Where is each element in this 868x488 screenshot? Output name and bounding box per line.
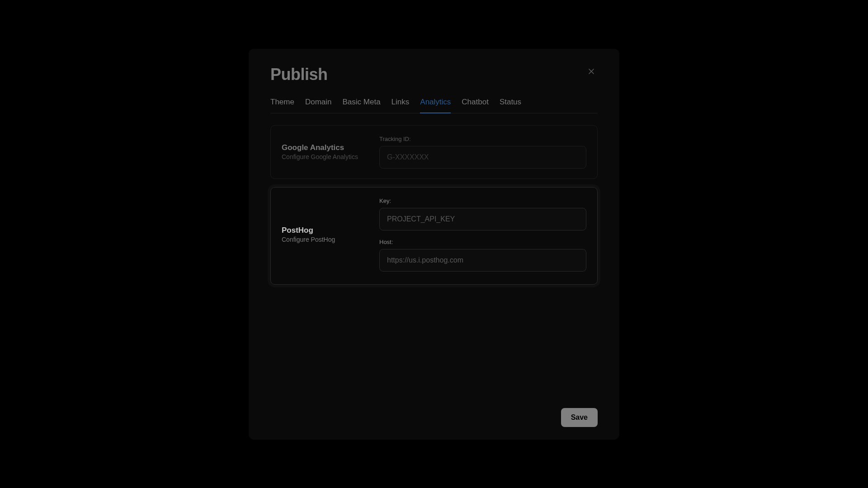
modal-title: Publish bbox=[270, 65, 328, 84]
modal-header: Publish bbox=[270, 65, 598, 84]
posthog-key-field: Key: bbox=[379, 197, 586, 230]
save-button[interactable]: Save bbox=[561, 408, 598, 427]
publish-modal: Publish Theme Domain Basic Meta Links An… bbox=[249, 49, 619, 440]
posthog-key-label: Key: bbox=[379, 197, 586, 204]
posthog-card-right: Key: Host: bbox=[379, 197, 586, 272]
posthog-key-input[interactable] bbox=[379, 208, 586, 230]
tab-analytics[interactable]: Analytics bbox=[420, 98, 451, 113]
tab-links[interactable]: Links bbox=[392, 98, 410, 113]
posthog-subtitle: Configure PostHog bbox=[282, 236, 375, 243]
posthog-host-input[interactable] bbox=[379, 249, 586, 272]
posthog-host-label: Host: bbox=[379, 239, 586, 245]
tab-chatbot[interactable]: Chatbot bbox=[462, 98, 489, 113]
ga-card-right: Tracking ID: bbox=[379, 136, 586, 169]
posthog-title: PostHog bbox=[282, 226, 375, 235]
ga-title: Google Analytics bbox=[282, 143, 375, 152]
analytics-content: Google Analytics Configure Google Analyt… bbox=[270, 113, 598, 399]
modal-footer: Save bbox=[270, 399, 598, 427]
posthog-card-left: PostHog Configure PostHog bbox=[282, 197, 375, 272]
ga-subtitle: Configure Google Analytics bbox=[282, 153, 375, 160]
google-analytics-card: Google Analytics Configure Google Analyt… bbox=[270, 125, 598, 179]
posthog-card: PostHog Configure PostHog Key: Host: bbox=[270, 187, 598, 285]
ga-card-left: Google Analytics Configure Google Analyt… bbox=[282, 136, 375, 169]
ga-tracking-field: Tracking ID: bbox=[379, 136, 586, 169]
tab-domain[interactable]: Domain bbox=[305, 98, 332, 113]
ga-tracking-id-input[interactable] bbox=[379, 146, 586, 169]
tab-status[interactable]: Status bbox=[500, 98, 521, 113]
ga-tracking-id-label: Tracking ID: bbox=[379, 136, 586, 142]
tabs: Theme Domain Basic Meta Links Analytics … bbox=[270, 98, 598, 113]
tab-theme[interactable]: Theme bbox=[270, 98, 294, 113]
posthog-host-field: Host: bbox=[379, 239, 586, 272]
close-button[interactable] bbox=[585, 65, 598, 78]
close-icon bbox=[587, 67, 596, 76]
tab-basic-meta[interactable]: Basic Meta bbox=[343, 98, 381, 113]
